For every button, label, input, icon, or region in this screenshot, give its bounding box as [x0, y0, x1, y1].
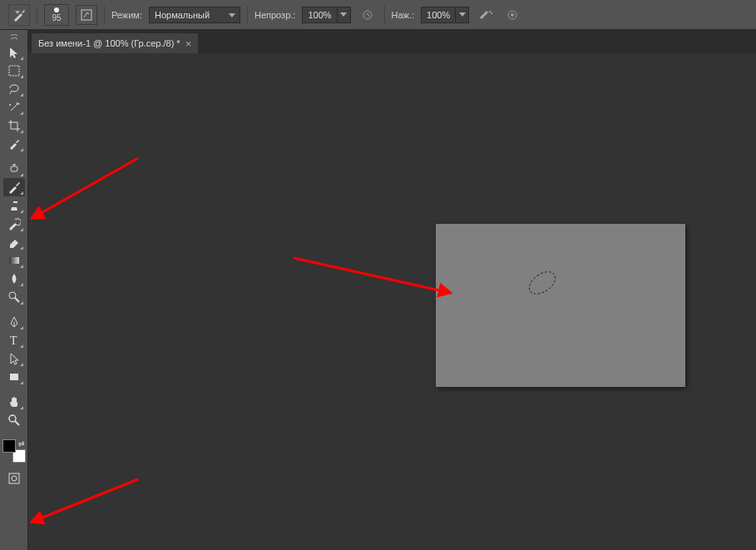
divider	[104, 6, 105, 24]
brush-size-value: 95	[52, 13, 61, 22]
brush-preview-dot	[54, 7, 59, 12]
opacity-input[interactable]: 100%	[302, 7, 350, 23]
svg-point-1	[363, 11, 372, 19]
svg-rect-12	[10, 374, 18, 380]
color-swatches[interactable]: ⇄	[2, 439, 26, 463]
history-brush-tool[interactable]	[3, 215, 25, 233]
tools-panel: T ⇄	[0, 30, 28, 550]
type-tool[interactable]: T	[3, 331, 25, 349]
svg-point-3	[491, 12, 492, 14]
lasso-tool[interactable]	[3, 80, 25, 98]
swap-colors-icon[interactable]: ⇄	[18, 439, 25, 448]
pen-tool[interactable]	[3, 313, 25, 331]
document-tab-title: Без имени-1 @ 100% (Гр.сер./8) *	[38, 38, 180, 48]
flow-label: Наж.:	[392, 10, 415, 20]
svg-rect-8	[11, 166, 17, 171]
svg-rect-14	[9, 473, 19, 483]
marquee-selection	[525, 267, 560, 300]
canvas-area[interactable]	[28, 53, 756, 550]
svg-point-5	[511, 13, 514, 17]
document-tab[interactable]: Без имени-1 @ 100% (Гр.сер./8) * ×	[32, 33, 198, 53]
svg-point-13	[9, 415, 16, 422]
eraser-tool[interactable]	[3, 233, 25, 251]
chevron-down-icon[interactable]	[455, 7, 468, 22]
eyedropper-tool[interactable]	[3, 135, 25, 153]
svg-point-7	[9, 104, 11, 106]
foreground-color-swatch[interactable]	[2, 439, 16, 453]
chevron-down-icon	[15, 11, 28, 24]
path-selection-tool[interactable]	[3, 349, 25, 368]
brush-panel-toggle[interactable]	[76, 5, 97, 25]
divider	[247, 6, 248, 24]
brush-tool[interactable]	[3, 178, 25, 196]
svg-rect-0	[82, 10, 91, 20]
healing-brush-tool[interactable]	[3, 160, 25, 178]
dodge-tool[interactable]	[3, 288, 25, 306]
document-tab-bar: Без имени-1 @ 100% (Гр.сер./8) * ×	[0, 30, 756, 53]
opacity-value: 100%	[303, 10, 336, 20]
svg-point-15	[12, 476, 17, 481]
pressure-opacity-toggle[interactable]	[358, 7, 378, 23]
mode-label: Режим:	[111, 10, 142, 20]
magic-wand-tool[interactable]	[3, 98, 25, 116]
zoom-tool[interactable]	[3, 411, 25, 429]
svg-rect-9	[9, 257, 19, 264]
document-canvas[interactable]	[436, 224, 685, 387]
quick-mask-toggle[interactable]	[3, 469, 25, 488]
chevron-down-icon[interactable]	[337, 7, 350, 22]
tablet-pressure-icon	[361, 8, 374, 22]
gradient-tool[interactable]	[3, 251, 25, 270]
tablet-pressure-size-icon	[506, 8, 519, 22]
options-bar: 95 Режим: Нормальный Непрозр.: 100% Наж.…	[0, 0, 756, 30]
move-tool[interactable]	[3, 43, 25, 62]
rectangle-tool[interactable]	[3, 368, 25, 386]
collapse-handle[interactable]	[2, 33, 27, 42]
brush-picker[interactable]: 95	[44, 4, 69, 26]
blur-tool[interactable]	[3, 270, 25, 288]
tool-preset-picker[interactable]	[8, 4, 30, 26]
blend-mode-value: Нормальный	[155, 10, 210, 20]
airbrush-toggle[interactable]	[476, 7, 496, 23]
airbrush-icon	[478, 9, 493, 21]
crop-tool[interactable]	[3, 116, 25, 135]
clone-stamp-tool[interactable]	[3, 196, 25, 215]
pressure-size-toggle[interactable]	[502, 7, 522, 23]
chevron-double-icon	[11, 34, 17, 41]
svg-point-10	[9, 292, 16, 299]
close-icon[interactable]: ×	[185, 37, 192, 50]
brush-panel-icon	[80, 8, 93, 22]
divider	[384, 6, 385, 24]
hand-tool[interactable]	[3, 393, 25, 411]
opacity-label: Непрозр.:	[254, 10, 295, 20]
flow-input[interactable]: 100%	[421, 7, 469, 23]
svg-rect-6	[9, 66, 19, 76]
svg-point-2	[489, 11, 491, 12]
flow-value: 100%	[422, 10, 455, 20]
blend-mode-dropdown[interactable]: Нормальный	[149, 7, 240, 23]
svg-text:T: T	[10, 334, 17, 347]
marquee-tool[interactable]	[3, 62, 25, 80]
divider	[37, 6, 37, 24]
